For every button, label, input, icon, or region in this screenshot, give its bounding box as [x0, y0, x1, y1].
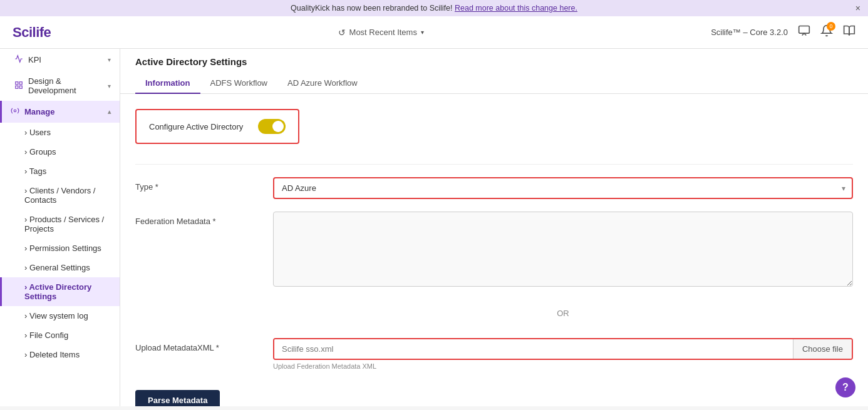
federation-metadata-textarea[interactable]: [273, 212, 853, 287]
sidebar-item-design-dev[interactable]: Design & Development ▾: [0, 71, 120, 101]
general-settings-label: General Settings: [29, 263, 90, 272]
main-content: Active Directory Settings Information AD…: [120, 49, 868, 406]
sidebar-item-manage[interactable]: Manage ▴: [0, 101, 120, 123]
tab-adfs-workflow[interactable]: ADFS Workflow: [200, 73, 278, 94]
groups-label: Groups: [29, 147, 56, 156]
sidebar-item-kpi[interactable]: KPI ▾: [0, 49, 120, 71]
form-area: Configure Active Directory Type * AD Azu…: [120, 94, 868, 406]
general-settings-chevron: ›: [24, 263, 27, 272]
layout: KPI ▾ Design & Development ▾ Manage ▴ › …: [0, 49, 868, 406]
page-title: Active Directory Settings: [135, 56, 853, 67]
products-chevron: ›: [24, 215, 27, 224]
tab-ad-azure-workflow[interactable]: AD Azure Workflow: [277, 73, 368, 94]
design-dev-chevron: ▾: [108, 83, 111, 90]
upload-control: Choose file Upload Federation Metadata X…: [273, 338, 853, 370]
banner-text: QualityKick has now been rebranded to Sc…: [291, 4, 455, 13]
svg-rect-3: [19, 86, 22, 88]
notification-badge: 0: [827, 22, 835, 31]
svg-rect-1: [16, 81, 18, 84]
choose-file-button[interactable]: Choose file: [793, 339, 852, 359]
file-upload-wrapper: Choose file: [273, 338, 853, 360]
type-row: Type * AD Azure ADFS ▾: [135, 177, 853, 199]
or-row: OR: [135, 301, 853, 325]
design-dev-label: Design & Development: [28, 76, 108, 95]
toggle-slider: [258, 119, 286, 134]
top-banner: QualityKick has now been rebranded to Sc…: [0, 0, 868, 16]
sidebar-item-view-system-log[interactable]: › View system log: [0, 306, 120, 325]
federation-metadata-row: Federation Metadata *: [135, 212, 853, 289]
upload-row: Upload MetadataXML * Choose file Upload …: [135, 338, 853, 370]
recent-items-label: Most Recent Items: [349, 28, 417, 37]
deleted-items-label: Deleted Items: [29, 350, 80, 359]
divider-1: [135, 164, 853, 165]
tags-chevron: ›: [24, 167, 27, 176]
sidebar: KPI ▾ Design & Development ▾ Manage ▴ › …: [0, 49, 120, 406]
tags-label: Tags: [29, 167, 46, 176]
groups-chevron: ›: [24, 147, 27, 156]
sidebar-item-groups[interactable]: › Groups: [0, 142, 120, 161]
or-spacer: [135, 301, 273, 306]
view-system-log-chevron: ›: [24, 311, 27, 320]
parse-metadata-button[interactable]: Parse Metadata: [135, 390, 220, 406]
banner-link[interactable]: Read more about this change here.: [455, 4, 577, 13]
manage-icon: [11, 106, 19, 117]
type-select[interactable]: AD Azure ADFS: [274, 178, 852, 198]
upload-hint: Upload Federation Metadata XML: [273, 362, 853, 370]
active-directory-label: Active Directory Settings: [24, 282, 91, 301]
view-system-log-label: View system log: [29, 311, 88, 320]
page-header: Active Directory Settings Information AD…: [120, 49, 868, 94]
sidebar-item-products[interactable]: › Products / Services / Projects: [0, 210, 120, 238]
recent-items-menu[interactable]: ↺ Most Recent Items ▾: [338, 28, 424, 38]
kpi-icon: [14, 54, 23, 65]
file-config-chevron: ›: [24, 331, 27, 340]
type-label: Type *: [135, 177, 273, 192]
kpi-chevron: ▾: [108, 56, 111, 63]
upload-label: Upload MetadataXML *: [135, 338, 273, 352]
sidebar-item-users[interactable]: › Users: [0, 123, 120, 142]
active-directory-chevron: ›: [24, 282, 27, 292]
help-button[interactable]: ?: [835, 377, 855, 397]
clients-label: Clients / Vendors / Contacts: [24, 186, 95, 205]
notification-icon[interactable]: 0: [820, 24, 833, 40]
header: Scilife ↺ Most Recent Items ▾ Scilife™ –…: [0, 16, 868, 49]
users-chevron: ›: [24, 128, 27, 137]
svg-rect-4: [16, 86, 18, 88]
sidebar-item-file-config[interactable]: › File Config: [0, 325, 120, 345]
sidebar-item-general-settings[interactable]: › General Settings: [0, 258, 120, 277]
type-select-wrapper: AD Azure ADFS ▾: [273, 177, 853, 199]
book-icon[interactable]: [843, 24, 855, 40]
configure-toggle[interactable]: [258, 119, 286, 134]
logo: Scilife: [13, 24, 51, 41]
header-right: Scilife™ – Core 3.2.0 0: [711, 24, 855, 40]
design-dev-icon: [14, 81, 23, 91]
svg-rect-0: [799, 26, 810, 34]
federation-metadata-control: [273, 212, 853, 289]
chevron-down-icon: ▾: [421, 29, 424, 36]
users-label: Users: [29, 128, 51, 137]
products-label: Products / Services / Projects: [24, 215, 104, 233]
sidebar-item-deleted-items[interactable]: › Deleted Items: [0, 345, 120, 364]
type-control: AD Azure ADFS ▾: [273, 177, 853, 199]
sidebar-item-permissions[interactable]: › Permission Settings: [0, 238, 120, 258]
clients-chevron: ›: [24, 186, 27, 195]
manage-chevron: ▴: [108, 108, 111, 115]
chat-icon[interactable]: [798, 24, 810, 40]
permissions-chevron: ›: [24, 243, 27, 253]
banner-close[interactable]: ×: [855, 3, 860, 13]
manage-label: Manage: [24, 107, 54, 116]
tab-information[interactable]: Information: [135, 73, 200, 94]
permissions-label: Permission Settings: [29, 243, 101, 253]
federation-metadata-label: Federation Metadata *: [135, 212, 273, 226]
deleted-items-chevron: ›: [24, 350, 27, 359]
configure-label: Configure Active Directory: [149, 122, 243, 131]
file-config-label: File Config: [29, 331, 68, 340]
sidebar-item-active-directory[interactable]: › Active Directory Settings: [0, 277, 120, 306]
sidebar-item-tags[interactable]: › Tags: [0, 161, 120, 181]
svg-point-5: [14, 110, 16, 112]
or-divider: OR: [273, 309, 853, 318]
configure-section: Configure Active Directory: [135, 109, 299, 144]
sidebar-item-clients[interactable]: › Clients / Vendors / Contacts: [0, 181, 120, 210]
upload-filename-input[interactable]: [274, 339, 793, 359]
version-text: Scilife™ – Core 3.2.0: [711, 28, 788, 37]
tabs: Information ADFS Workflow AD Azure Workf…: [135, 73, 853, 93]
